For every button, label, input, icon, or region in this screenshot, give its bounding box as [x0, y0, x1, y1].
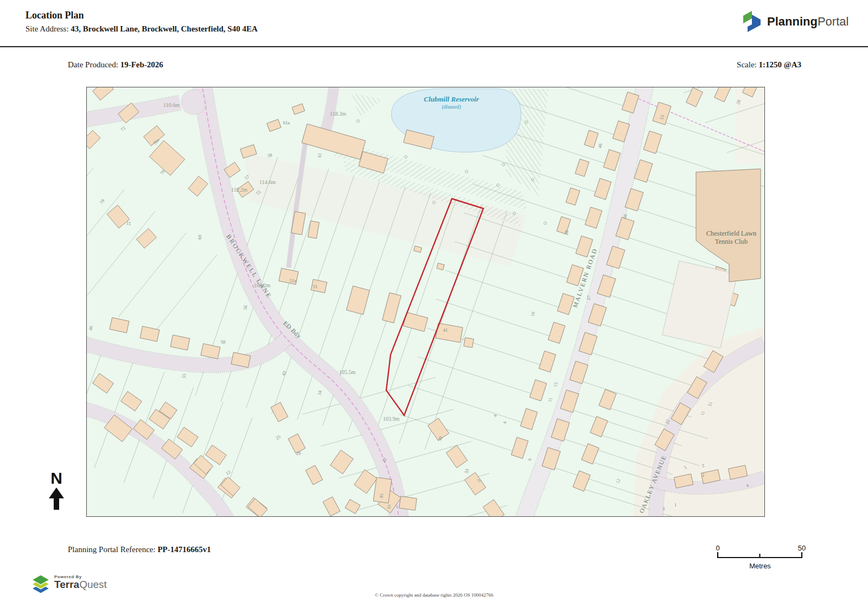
- date-produced: Date Produced: 19-Feb-2026: [68, 60, 163, 69]
- reservoir-sublabel: (disused): [442, 104, 461, 110]
- logo-text-planning: Planning: [767, 15, 818, 28]
- spot-height-label: 110.6m: [163, 102, 180, 108]
- house-number-label: 11: [547, 397, 553, 403]
- scale-bar-fifty: 50: [798, 544, 806, 552]
- house-number-label: 81: [379, 493, 385, 498]
- date-produced-label: Date Produced:: [68, 60, 118, 69]
- house-number-label: 1: [674, 502, 676, 508]
- planning-portal-logo: PlanningPortal: [740, 10, 848, 33]
- spot-height-label: 112.2m: [231, 187, 247, 193]
- building: [373, 477, 392, 503]
- house-number-label: 51a: [290, 278, 297, 283]
- location-plan-map: Clubmill Reservoir (disused) Chesterfiel…: [86, 87, 765, 517]
- house-number-label: 66: [622, 213, 628, 219]
- site-address-label: Site Address:: [25, 24, 69, 33]
- terraquest-quest: Quest: [79, 579, 107, 590]
- house-number-label: 61a: [283, 120, 290, 125]
- house-number-label: 56: [242, 305, 248, 310]
- house-number-label: 61: [317, 153, 323, 157]
- scale-info: Scale: 1:1250 @A3: [737, 60, 801, 69]
- house-number-label: 15: [552, 382, 558, 387]
- tennis-club-label-2: Tennis Club: [715, 238, 748, 245]
- north-arrow: N: [44, 470, 68, 512]
- planning-portal-logo-icon: [740, 10, 762, 33]
- location-plan-page: { "header": { "title": "Location Plan", …: [0, 0, 868, 614]
- terraquest-terra: Terra: [54, 579, 79, 590]
- house-number-label: 69: [197, 235, 203, 239]
- map-canvas: Clubmill Reservoir (disused) Chesterfiel…: [87, 87, 764, 516]
- house-number-label: 58: [221, 339, 226, 345]
- scale-value: 1:1250 @A3: [758, 60, 801, 69]
- house-number-label: 5: [702, 463, 704, 469]
- house-number-label: 16: [529, 311, 535, 317]
- house-number-label: 46: [87, 325, 93, 331]
- reservoir-label: Clubmill Reservoir: [424, 95, 479, 103]
- planning-reference-value: PP-14716665v1: [157, 545, 210, 554]
- scale-label: Scale:: [737, 60, 757, 69]
- house-number-label: 41: [443, 327, 448, 333]
- site-address-value: 43, Brockwell Lane, Brockwell, Chesterfi…: [71, 24, 257, 33]
- copyright-notice: © Crown copyright and database rights 20…: [0, 592, 868, 598]
- date-produced-value: 19-Feb-2026: [120, 60, 163, 69]
- site-address: Site Address: 43, Brockwell Lane, Brockw…: [25, 24, 258, 34]
- scale-bar-unit: Metres: [749, 562, 771, 570]
- house-number-label: 2: [702, 472, 704, 478]
- spot-height-label: 114.6m: [259, 179, 276, 185]
- building: [464, 338, 474, 348]
- spot-height-label: 118.3m: [330, 111, 346, 117]
- house-number-label: 61: [386, 504, 392, 509]
- house-number-label: 28: [563, 230, 569, 235]
- planning-reference-label: Planning Portal Reference:: [68, 545, 156, 554]
- header-divider: [0, 46, 868, 47]
- house-number-label: 27: [585, 295, 591, 300]
- spot-height-label: 105.5m: [339, 369, 356, 375]
- building: [399, 496, 417, 510]
- tennis-club-label-1: Chesterfield Lawn: [706, 230, 757, 237]
- page-title: Location Plan: [25, 10, 84, 21]
- scale-bar: 0 50 Metres: [713, 542, 811, 574]
- scale-bar-zero: 0: [716, 544, 719, 552]
- house-number-label: 29: [296, 451, 301, 456]
- planning-reference: Planning Portal Reference: PP-14716665v1: [68, 545, 211, 554]
- house-number-label: 46: [597, 143, 603, 148]
- house-number-label: 3: [662, 506, 665, 511]
- logo-text-portal: Portal: [818, 15, 848, 28]
- north-label: N: [44, 470, 68, 486]
- house-number-label: 51: [313, 284, 318, 289]
- scale-bar-graphic: 0 50 Metres: [713, 542, 811, 572]
- house-number-label: 55: [181, 373, 187, 378]
- north-arrow-icon: [46, 486, 67, 510]
- spot-height-label: 103.9m: [383, 416, 400, 422]
